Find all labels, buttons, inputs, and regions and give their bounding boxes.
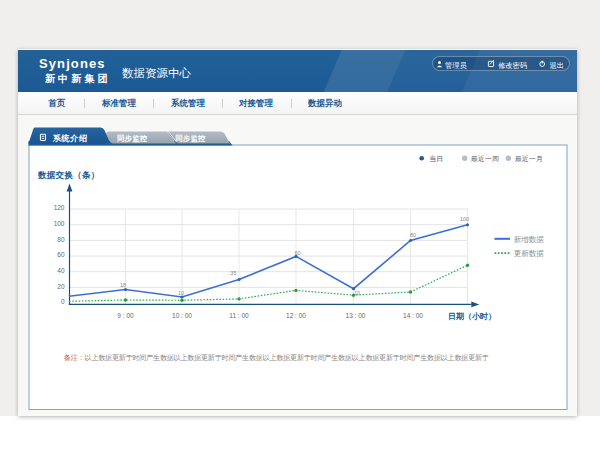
svg-text:同步监控: 同步监控 bbox=[176, 134, 206, 143]
svg-text:80: 80 bbox=[410, 232, 416, 238]
svg-text:更新数据: 更新数据 bbox=[514, 249, 545, 258]
svg-text:40: 40 bbox=[57, 267, 65, 274]
svg-text:35: 35 bbox=[230, 270, 236, 276]
svg-text:10 : 00: 10 : 00 bbox=[172, 312, 192, 319]
svg-text:11 : 00: 11 : 00 bbox=[229, 312, 249, 319]
svg-text:10: 10 bbox=[178, 290, 184, 296]
svg-text:0: 0 bbox=[61, 298, 65, 305]
svg-text:14 : 00: 14 : 00 bbox=[403, 312, 423, 319]
svg-text:12 : 00: 12 : 00 bbox=[286, 312, 306, 319]
svg-text:同步监控: 同步监控 bbox=[117, 134, 147, 143]
svg-text:9 : 00: 9 : 00 bbox=[117, 312, 134, 319]
svg-text:20: 20 bbox=[57, 283, 65, 290]
svg-text:日期（小时）: 日期（小时） bbox=[448, 312, 496, 321]
svg-text:120: 120 bbox=[54, 204, 65, 211]
svg-text:60: 60 bbox=[294, 250, 300, 256]
svg-text:新增数据: 新增数据 bbox=[514, 235, 545, 244]
svg-text:数据交换（条）: 数据交换（条） bbox=[37, 170, 100, 180]
svg-text:100: 100 bbox=[54, 220, 65, 227]
svg-text:最近一月: 最近一月 bbox=[515, 155, 543, 163]
svg-text:80: 80 bbox=[57, 236, 65, 243]
svg-text:13 : 00: 13 : 00 bbox=[346, 312, 366, 319]
svg-text:系统介绍: 系统介绍 bbox=[52, 133, 88, 143]
svg-text:18: 18 bbox=[120, 282, 126, 288]
svg-text:最近一周: 最近一周 bbox=[471, 155, 499, 162]
svg-text:当日: 当日 bbox=[429, 155, 443, 163]
svg-text:10: 10 bbox=[354, 290, 360, 296]
svg-text:100: 100 bbox=[460, 216, 469, 222]
svg-text:60: 60 bbox=[57, 251, 65, 258]
